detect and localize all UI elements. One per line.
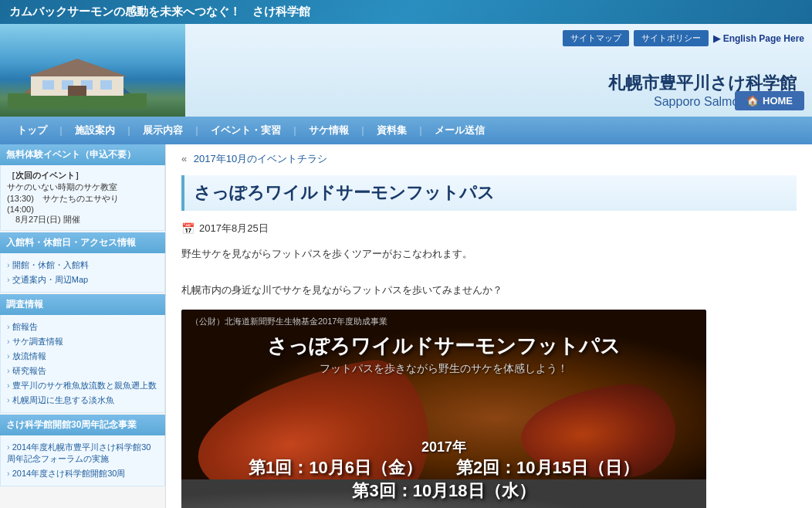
sidebar-link-release-info[interactable]: 放流情報: [7, 349, 158, 364]
sidebar-link-freshwater-fish[interactable]: 札幌周辺に生息する淡水魚: [7, 393, 158, 408]
event-line3: (14:00): [7, 205, 34, 214]
sidebar-anniversary-content: 2014年度札幌市豊平川さけ科学館30周年記念フォーラムの実施 2014年度さけ…: [0, 435, 165, 486]
top-banner: カムバックサーモンの感動を未来へつなぐ！ さけ科学館: [0, 0, 812, 24]
sidebar-free-event-section: 無料体験イベント（申込不要） ［次回のイベント］ サケのいない時期のサケ教室 (…: [0, 144, 165, 231]
desc-line1: 野生サケを見ながらフットパスを歩くツアーがおこなわれます。: [181, 245, 797, 262]
poster-sub-text: フットパスを歩きながら野生のサケを体感しよう！: [181, 362, 706, 376]
sidebar-free-event-content: ［次回のイベント］ サケのいない時期のサケ教室 (13:30) サケたちのエサや…: [0, 165, 165, 231]
nav-facilities[interactable]: 施設案内: [66, 124, 124, 137]
home-button[interactable]: 🏠 HOME: [735, 91, 804, 110]
main-content: « 2017年10月のイベントチラシ さっぽろワイルドサーモンフットパス 📅 2…: [166, 144, 812, 508]
sitemap-button[interactable]: サイトマップ: [563, 30, 629, 46]
sidebar-free-event-title: 無料体験イベント（申込不要）: [0, 144, 165, 165]
poster-date-row2: 第3回：10月18日（水）: [181, 479, 706, 503]
nav-sep-2: ｜: [124, 124, 134, 137]
event-line2: (13:30) サケたちのエサやり: [7, 194, 119, 203]
site-policy-button[interactable]: サイトポリシー: [634, 30, 709, 46]
museum-title-en: Sapporo Salmon Museum: [201, 95, 797, 109]
page-title: さっぽろワイルドサーモンフットパス: [194, 181, 787, 205]
sidebar-access-section: 入館料・休館日・アクセス情報 開館・休館・入館料 交通案内・周辺Map: [0, 232, 165, 293]
poster-date-row1: 第1回：10月6日（金） 第2回：10月15日（日）: [181, 456, 706, 479]
svg-rect-7: [68, 86, 86, 96]
poster-subtitle: （公財）北海道新聞野生生物基金2017年度助成事業: [191, 316, 387, 327]
sidebar-link-access[interactable]: 交通案内・周辺Map: [7, 273, 158, 287]
breadcrumb-separator: «: [181, 153, 187, 164]
sidebar-link-forum[interactable]: 2014年度札幌市豊平川さけ科学館30周年記念フォーラムの実施: [7, 440, 158, 466]
sidebar-link-admission[interactable]: 開館・休館・入館料: [7, 258, 158, 273]
top-banner-text: カムバックサーモンの感動を未来へつなぐ！ さけ科学館: [9, 5, 310, 19]
event-date: 2017年8月25日: [199, 222, 269, 235]
main-nav: トップ ｜ 施設案内 ｜ 展示内容 ｜ イベント・実習 ｜ サケ情報 ｜ 資料集…: [0, 117, 812, 144]
english-link-label: English Page Here: [723, 33, 804, 44]
sidebar-research-title: 調査情報: [0, 294, 165, 315]
svg-marker-2: [27, 59, 127, 76]
english-page-link[interactable]: ▶ English Page Here: [713, 33, 804, 44]
breadcrumb: « 2017年10月のイベントチラシ: [181, 152, 797, 166]
sidebar-link-research-report[interactable]: 研究報告: [7, 364, 158, 378]
main-layout: 無料体験イベント（申込不要） ［次回のイベント］ サケのいない時期のサケ教室 (…: [0, 144, 812, 508]
nav-sep-3: ｜: [192, 124, 201, 137]
sidebar-link-anniversary30[interactable]: 2014年度さけ科学館開館30周: [7, 466, 158, 481]
play-icon: ▶: [713, 33, 720, 44]
sidebar: 無料体験イベント（申込不要） ［次回のイベント］ サケのいない時期のサケ教室 (…: [0, 144, 166, 508]
svg-rect-3: [42, 80, 54, 90]
desc-line2: 札幌市内の身近な川でサケを見ながらフットパスを歩いてみませんか？: [181, 281, 797, 299]
nav-sep-5: ｜: [358, 124, 367, 137]
museum-title-jp: 札幌市豊平川さけ科学館: [201, 72, 797, 95]
sidebar-link-salmon-count[interactable]: 豊平川のサケ稚魚放流数と親魚遡上数: [7, 378, 158, 393]
nav-sep-1: ｜: [56, 124, 66, 137]
date-row: 📅 2017年8月25日: [181, 222, 797, 235]
page-title-box: さっぽろワイルドサーモンフットパス: [181, 175, 797, 211]
header: サイトマップ サイトポリシー ▶ English Page Here 札幌市豊平…: [0, 24, 812, 117]
home-icon: 🏠: [746, 95, 759, 107]
poster-main-title: さっぽろワイルドサーモンフットパス: [181, 333, 706, 360]
nav-mail[interactable]: メール送信: [425, 124, 494, 137]
header-top-links: サイトマップ サイトポリシー ▶ English Page Here: [563, 30, 804, 46]
nav-top[interactable]: トップ: [8, 124, 56, 137]
header-right: サイトマップ サイトポリシー ▶ English Page Here 札幌市豊平…: [185, 24, 812, 117]
home-label: HOME: [763, 95, 793, 107]
event-line4: 8月27日(日) 開催: [7, 215, 80, 224]
sidebar-anniversary-section: さけ科学館開館30周年記念事業 2014年度札幌市豊平川さけ科学館30周年記念フ…: [0, 415, 165, 486]
header-image: [0, 24, 185, 117]
sidebar-access-content: 開館・休館・入館料 交通案内・周辺Map: [0, 253, 165, 293]
nav-sep-6: ｜: [416, 124, 425, 137]
poster-year: 2017年: [181, 438, 706, 456]
event-poster: （公財）北海道新聞野生生物基金2017年度助成事業 さっぽろワイルドサーモンフッ…: [181, 310, 706, 508]
building-illustration: [8, 55, 147, 109]
sidebar-access-title: 入館料・休館日・アクセス情報: [0, 232, 165, 253]
svg-rect-6: [100, 80, 112, 90]
nav-salmon-info[interactable]: サケ情報: [299, 124, 358, 137]
description: 野生サケを見ながらフットパスを歩くツアーがおこなわれます。 札幌市内の身近な川で…: [181, 245, 797, 299]
sidebar-research-section: 調査情報 館報告 サケ調査情報 放流情報 研究報告 豊平川のサケ稚魚放流数と親魚…: [0, 294, 165, 413]
next-event-label: ［次回のイベント］: [7, 171, 83, 180]
nav-exhibits[interactable]: 展示内容: [134, 124, 192, 137]
nav-sep-4: ｜: [290, 124, 299, 137]
sidebar-research-content: 館報告 サケ調査情報 放流情報 研究報告 豊平川のサケ稚魚放流数と親魚遡上数 札…: [0, 315, 165, 413]
nav-events[interactable]: イベント・実習: [201, 124, 290, 137]
sidebar-link-report[interactable]: 館報告: [7, 320, 158, 334]
breadcrumb-link[interactable]: 2017年10月のイベントチラシ: [194, 153, 327, 164]
sidebar-link-salmon-survey[interactable]: サケ調査情報: [7, 334, 158, 349]
nav-materials[interactable]: 資料集: [367, 124, 416, 137]
sidebar-anniversary-title: さけ科学館開館30周年記念事業: [0, 415, 165, 435]
event-line1: サケのいない時期のサケ教室: [7, 182, 117, 191]
calendar-icon: 📅: [181, 222, 195, 235]
poster-dates: 2017年 第1回：10月6日（金） 第2回：10月15日（日） 第3回：10月…: [181, 438, 706, 503]
